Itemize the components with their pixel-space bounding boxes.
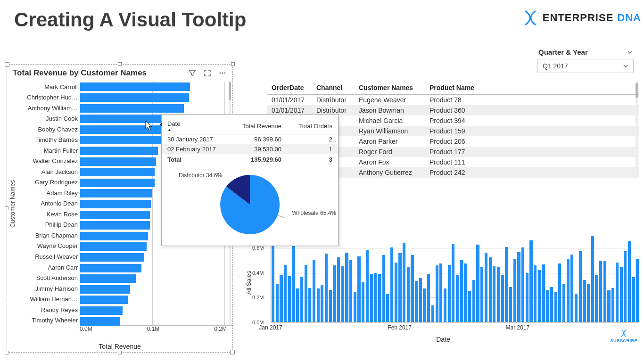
column-bar[interactable]	[587, 284, 590, 322]
column-bar[interactable]	[595, 275, 598, 322]
column-bar[interactable]	[337, 257, 340, 322]
column-bar[interactable]	[636, 259, 639, 322]
column-bar[interactable]	[341, 266, 344, 322]
bar[interactable]	[80, 296, 128, 304]
column-bar[interactable]	[480, 267, 483, 322]
column-bar[interactable]	[575, 294, 578, 322]
bar[interactable]	[80, 125, 167, 134]
column-bar[interactable]	[460, 260, 463, 322]
column-bar[interactable]	[620, 267, 623, 322]
bar[interactable]	[80, 93, 189, 102]
column-bar[interactable]	[472, 280, 475, 322]
bar[interactable]	[80, 211, 150, 219]
column-bar[interactable]	[579, 251, 582, 322]
column-bar[interactable]	[317, 288, 320, 322]
column-bar[interactable]	[284, 265, 287, 322]
column-bar[interactable]	[517, 252, 520, 322]
column-bar[interactable]	[599, 261, 602, 322]
column-bar[interactable]	[570, 255, 573, 322]
bar[interactable]	[80, 200, 151, 208]
column-bar[interactable]	[305, 265, 307, 322]
filter-icon[interactable]	[188, 69, 197, 77]
column-bar[interactable]	[546, 290, 549, 322]
column-bar[interactable]	[550, 287, 553, 322]
column-bar[interactable]	[628, 241, 631, 322]
column-bar[interactable]	[357, 256, 360, 322]
column-bar[interactable]	[529, 240, 532, 322]
bar[interactable]	[80, 104, 184, 113]
bar[interactable]	[80, 285, 130, 294]
bar[interactable]	[80, 189, 152, 197]
column-bar[interactable]	[390, 247, 393, 322]
column-bar[interactable]	[616, 263, 619, 322]
column-bar[interactable]	[538, 270, 541, 322]
column-bar[interactable]	[476, 245, 479, 322]
scrollbar-thumb[interactable]	[636, 83, 638, 98]
column-bar[interactable]	[452, 244, 454, 322]
table-row[interactable]: 01/01/2017DistributorEugene WeaverProduc…	[267, 95, 639, 106]
column-bar[interactable]	[427, 274, 430, 322]
column-bar[interactable]	[321, 285, 323, 322]
bar[interactable]	[80, 221, 150, 230]
table-column-header[interactable]: OrderDate	[267, 81, 312, 95]
column-bar[interactable]	[398, 253, 401, 322]
bar[interactable]	[80, 306, 123, 315]
slicer-dropdown[interactable]: Q1 2017	[537, 59, 634, 73]
column-bar[interactable]	[583, 280, 586, 322]
column-bar[interactable]	[542, 264, 545, 322]
column-bar[interactable]	[403, 243, 405, 322]
column-bar[interactable]	[591, 236, 594, 322]
column-bar[interactable]	[366, 250, 369, 322]
bar[interactable]	[80, 274, 136, 283]
column-bar[interactable]	[603, 261, 606, 322]
column-bar[interactable]	[313, 260, 315, 322]
bar[interactable]	[80, 82, 190, 91]
bar[interactable]	[80, 264, 141, 272]
column-bar[interactable]	[562, 284, 565, 322]
column-bar[interactable]	[501, 275, 504, 322]
column-bar[interactable]	[611, 288, 614, 322]
bar[interactable]	[80, 179, 155, 187]
column-bar[interactable]	[439, 263, 442, 322]
column-bar[interactable]	[382, 255, 385, 322]
column-bar[interactable]	[329, 290, 332, 322]
column-bar[interactable]	[632, 277, 635, 322]
table-column-header[interactable]: Product Name	[425, 81, 639, 95]
column-bar[interactable]	[276, 284, 279, 322]
column-bar[interactable]	[308, 288, 311, 322]
bar[interactable]	[80, 253, 144, 262]
column-bar[interactable]	[378, 274, 381, 322]
column-bar[interactable]	[607, 290, 610, 322]
column-bar[interactable]	[509, 287, 512, 322]
column-bar[interactable]	[497, 267, 500, 322]
col-plot-area[interactable]: 0.0M0.2M0.4M0.6M	[271, 236, 639, 322]
column-bar[interactable]	[272, 245, 274, 322]
column-bar[interactable]	[489, 257, 492, 322]
column-bar[interactable]	[333, 265, 336, 322]
column-bar[interactable]	[296, 288, 299, 322]
table-column-header[interactable]: Channel	[312, 81, 354, 95]
column-bar[interactable]	[624, 251, 627, 322]
column-bar[interactable]	[415, 281, 418, 322]
column-bar[interactable]	[431, 305, 434, 322]
column-bar[interactable]	[493, 266, 495, 322]
column-bar[interactable]	[362, 282, 364, 322]
more-options-icon[interactable]	[218, 69, 227, 77]
bar[interactable]	[80, 136, 162, 144]
bar[interactable]	[80, 242, 147, 251]
bar[interactable]	[80, 168, 155, 176]
column-bar[interactable]	[370, 274, 373, 322]
column-bar[interactable]	[558, 263, 561, 322]
quarter-year-slicer[interactable]: Quarter & Year Q1 2017	[537, 45, 634, 73]
column-bar[interactable]	[349, 260, 352, 322]
chevron-down-icon[interactable]	[623, 63, 628, 69]
column-bar[interactable]	[288, 276, 291, 322]
column-bar[interactable]	[505, 247, 508, 322]
bar[interactable]	[80, 157, 156, 166]
all-sales-column-chart[interactable]: All Sales 0.0M0.2M0.4M0.6M Jan 2017Feb 2…	[245, 236, 641, 343]
column-bar[interactable]	[464, 263, 467, 322]
focus-mode-icon[interactable]	[203, 69, 212, 77]
column-bar[interactable]	[292, 245, 295, 322]
column-bar[interactable]	[419, 278, 422, 322]
column-bar[interactable]	[468, 291, 471, 322]
